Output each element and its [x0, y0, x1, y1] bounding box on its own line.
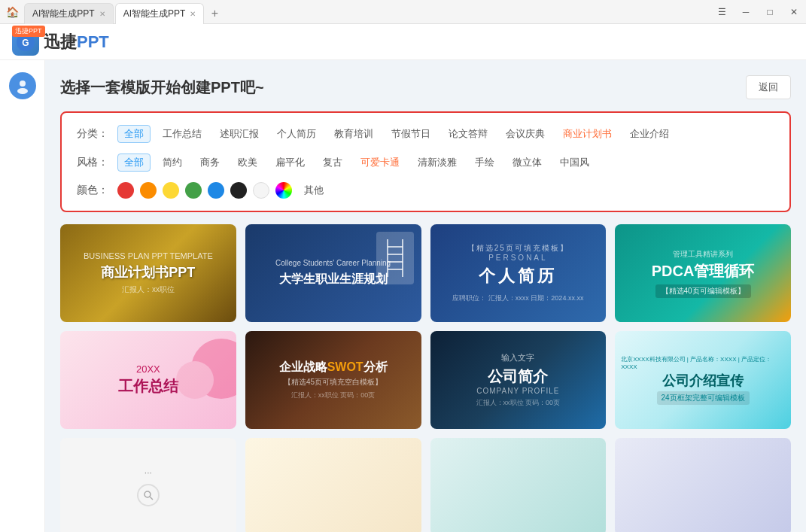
tab-1-label: AI智能生成PPT [32, 8, 95, 20]
logo-text: 迅捷PPT [44, 31, 109, 53]
card-6-title: 企业战略SWOT分析 [279, 360, 388, 375]
search-icon [143, 490, 154, 500]
cat-thesis[interactable]: 论文答辩 [443, 126, 494, 142]
card-7-input: 输入文字 [501, 352, 534, 363]
color-orange[interactable] [140, 182, 157, 199]
card-8-title: 公司介绍宣传 [662, 372, 744, 390]
logo-badge: 迅捷PPT [12, 26, 45, 37]
color-white[interactable] [253, 182, 269, 199]
style-retro[interactable]: 复古 [317, 154, 348, 171]
svg-point-3 [17, 88, 28, 94]
color-blue[interactable] [208, 182, 224, 199]
avatar[interactable] [9, 72, 36, 99]
color-other[interactable]: 其他 [298, 182, 330, 199]
color-row: 颜色： 其他 [77, 182, 774, 199]
style-handdrawn[interactable]: 手绘 [469, 154, 500, 171]
template-card-3[interactable]: 【精选25页可填充模板】 PERSONAL 个人简历 应聘职位： 汇报人：xxx… [430, 224, 607, 322]
card-1-author: 汇报人：xx职位 [122, 284, 175, 295]
style-fresh[interactable]: 清新淡雅 [412, 154, 463, 171]
card-6-info: 汇报人：xx职位 页码：00页 [291, 391, 376, 400]
page-title: 选择一套模版开始创建PPT吧~ [60, 78, 264, 98]
color-red[interactable] [117, 182, 134, 199]
style-flat[interactable]: 扁平化 [269, 154, 311, 171]
template-card-9[interactable]: ··· [60, 438, 236, 532]
maximize-icon[interactable]: □ [758, 0, 782, 24]
card-7-title: 公司简介 [488, 366, 548, 387]
color-yellow[interactable] [163, 182, 179, 199]
style-all[interactable]: 全部 [117, 154, 151, 172]
appbar: G 迅捷PPT 迅捷PPT [0, 24, 806, 60]
template-card-2[interactable]: College Students' Career Planning 大学生职业生… [245, 224, 421, 322]
filter-box: 分类： 全部 工作总结 述职汇报 个人简历 教育培训 节假节日 论文答辩 会议庆… [60, 111, 791, 212]
home-icon[interactable]: 🏠 [0, 0, 24, 24]
card-7-en: COMPANY PROFILE [476, 387, 559, 395]
tab-2[interactable]: AI智能生成PPT ✕ [115, 3, 205, 24]
card-2-deco [376, 232, 414, 284]
cat-enterprise[interactable]: 企业介绍 [624, 126, 675, 142]
style-micro3d[interactable]: 微立体 [506, 154, 548, 171]
color-rainbow[interactable] [275, 182, 292, 199]
color-label: 颜色： [77, 184, 108, 197]
tab-2-label: AI智能生成PPT [123, 8, 186, 20]
card-7-info: 汇报人：xx职位 页码：00页 [476, 398, 561, 408]
template-card-6[interactable]: 企业战略SWOT分析 【精选45页可填充空白模板】 汇报人：xx职位 页码：00… [245, 331, 421, 429]
card-9-placeholder: ··· [144, 467, 152, 478]
menu-icon[interactable]: ☰ [710, 0, 734, 24]
cat-report[interactable]: 述职汇报 [214, 126, 265, 142]
card-1-title: 商业计划书PPT [101, 263, 195, 281]
add-tab-button[interactable]: + [205, 5, 224, 23]
card-3-title: 个人简历 [479, 265, 557, 287]
page-header: 选择一套模版开始创建PPT吧~ 返回 [60, 75, 791, 99]
ladder-icon [384, 239, 406, 277]
cat-resume[interactable]: 个人简历 [271, 126, 322, 142]
tab-2-close[interactable]: ✕ [190, 10, 196, 18]
main-panel: 选择一套模版开始创建PPT吧~ 返回 分类： 全部 工作总结 述职汇报 个人简历… [45, 60, 806, 532]
cat-holiday[interactable]: 节假节日 [385, 126, 436, 142]
template-card-4[interactable]: 管理工具精讲系列 PDCA管理循环 【精选40页可编辑模板】 [615, 224, 791, 322]
template-card-7[interactable]: 输入文字 公司简介 COMPANY PROFILE 汇报人：xx职位 页码：00… [430, 331, 607, 429]
category-items: 全部 工作总结 述职汇报 个人简历 教育培训 节假节日 论文答辩 会议庆典 商业… [117, 125, 675, 143]
template-grid: BUSINESS PLAN PPT TEMPLATE 商业计划书PPT 汇报人：… [60, 224, 791, 532]
style-items: 全部 简约 商务 欧美 扁平化 复古 可爱卡通 清新淡雅 手绘 微立体 中国风 [117, 154, 595, 172]
cat-conference[interactable]: 会议庆典 [500, 126, 551, 142]
cat-education[interactable]: 教育培训 [328, 126, 379, 142]
logo: G 迅捷PPT 迅捷PPT [12, 29, 109, 56]
minimize-icon[interactable]: ─ [734, 0, 758, 24]
style-business[interactable]: 商务 [194, 154, 226, 171]
card-5-deco [131, 331, 236, 429]
svg-point-2 [20, 81, 26, 87]
template-card-11[interactable] [430, 438, 607, 532]
color-black[interactable] [230, 182, 247, 199]
style-simple[interactable]: 简约 [157, 154, 188, 171]
style-row: 风格： 全部 简约 商务 欧美 扁平化 复古 可爱卡通 清新淡雅 手绘 微立体 … [77, 154, 774, 172]
cat-work-summary[interactable]: 工作总结 [157, 126, 208, 142]
template-card-10[interactable] [245, 438, 421, 532]
color-green[interactable] [185, 182, 202, 199]
cat-business-plan[interactable]: 商业计划书 [557, 126, 618, 142]
card-4-subtitle: 管理工具精讲系列 [673, 249, 733, 260]
style-chinese[interactable]: 中国风 [554, 154, 595, 171]
close-icon[interactable]: ✕ [782, 0, 806, 24]
titlebar-left: 🏠 AI智能生成PPT ✕ AI智能生成PPT ✕ + [0, 0, 710, 24]
card-3-info: 应聘职位： 汇报人：xxxx 日期：2024.xx.xx [452, 293, 583, 303]
template-card-8[interactable]: 北京XXXX科技有限公司 | 产品名称：XXXX | 产品定位：XXXX 公司介… [615, 331, 791, 429]
style-cartoon[interactable]: 可爱卡通 [354, 154, 406, 171]
svg-line-11 [150, 497, 153, 500]
template-card-1[interactable]: BUSINESS PLAN PPT TEMPLATE 商业计划书PPT 汇报人：… [60, 224, 236, 322]
card-2-title: 大学生职业生涯规划 [279, 272, 388, 287]
template-card-5[interactable]: 20XX 工作总结 [60, 331, 236, 429]
category-label: 分类： [77, 127, 108, 141]
tab-1-close[interactable]: ✕ [99, 10, 105, 18]
card-4-tag: 【精选40页可编辑模板】 [655, 284, 751, 298]
style-label: 风格： [77, 156, 108, 169]
card-9-search [137, 484, 160, 506]
template-card-12[interactable] [615, 438, 791, 532]
tab-1[interactable]: AI智能生成PPT ✕ [24, 3, 114, 24]
style-western[interactable]: 欧美 [232, 154, 263, 171]
cat-all[interactable]: 全部 [117, 125, 151, 143]
back-button[interactable]: 返回 [746, 75, 791, 99]
titlebar-right: ☰ ─ □ ✕ [710, 0, 806, 24]
svg-text:G: G [22, 38, 29, 48]
card-4-title: PDCA管理循环 [652, 261, 755, 281]
card-8-subtitle2: 北京XXXX科技有限公司 | 产品名称：XXXX | 产品定位：XXXX [621, 355, 785, 370]
